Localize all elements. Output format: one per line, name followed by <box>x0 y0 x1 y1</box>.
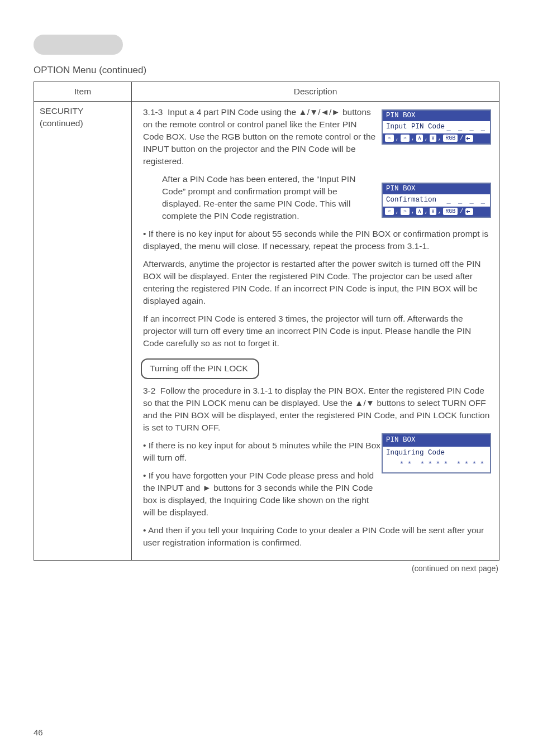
note-text: If an incorrect PIN Code is entered 3 ti… <box>143 314 471 348</box>
step-text: Follow the procedure in 3.1-1 to display… <box>143 386 489 432</box>
table-row: SECURITY (continued) PIN BOX Input PIN C… <box>34 102 499 561</box>
item-cell: SECURITY (continued) <box>34 102 132 561</box>
item-security: SECURITY (continued) <box>40 106 83 128</box>
note-2: Afterwards, anytime the projector is res… <box>137 258 493 307</box>
osd-dashes: _ _ _ _ <box>447 124 487 132</box>
osd-rgb-chip: RGB <box>443 208 458 215</box>
bullet-icon: • <box>143 229 146 238</box>
osd-inquiring-label: Inquiring Code <box>386 448 487 458</box>
bullet-icon: • <box>143 471 146 480</box>
callout-text: Turning off the PIN LOCK <box>150 363 248 373</box>
osd-title: PIN BOX <box>383 434 490 447</box>
step-3-2: 3-2 Follow the procedure in 3.1-1 to dis… <box>137 385 493 434</box>
options-table: Item Description SECURITY (continued) PI… <box>34 82 499 561</box>
bullet-icon: • <box>143 441 146 450</box>
page-number: 46 <box>34 728 43 737</box>
osd-input-label: Input PIN Code <box>386 123 445 131</box>
osd-dashes: _ _ _ _ <box>447 197 487 205</box>
osd-title: PIN BOX <box>383 111 490 121</box>
osd-right-icon: ＞ <box>401 208 410 215</box>
continued-footer: (continued on next page) <box>34 564 499 573</box>
step-text: Input a 4 part PIN Code using the ▲/▼/◄/… <box>143 107 375 166</box>
osd-confirm-label: Confirmation <box>386 196 436 204</box>
osd-down-icon: ∨ <box>430 208 436 215</box>
menu-heading: OPTION Menu (continued) <box>34 65 499 76</box>
note-text: And then if you tell your Inquiring Code… <box>143 525 484 547</box>
paragraph-text: After a PIN Code has been entered, the “… <box>162 174 355 221</box>
pin-box-confirm-osd: PIN BOX Confirmation _ _ _ _ ＜, ＞, ∧, ∨,… <box>382 183 491 218</box>
col-header-item: Item <box>34 82 132 102</box>
note-text: If you have forgotten your PIN Code plea… <box>143 471 374 517</box>
bullet-icon: • <box>143 525 146 535</box>
osd-up-icon: ∧ <box>416 135 423 142</box>
step-number: 3.1-3 <box>143 107 163 117</box>
osd-rgb-chip: RGB <box>443 135 458 142</box>
step-number: 3-2 <box>143 386 155 395</box>
note-5: • If you have forgotten your PIN Code pl… <box>137 470 493 519</box>
osd-up-icon: ∧ <box>416 208 423 215</box>
osd-left-icon: ＜ <box>385 208 394 215</box>
note-3: If an incorrect PIN Code is entered 3 ti… <box>137 313 493 350</box>
turning-off-pin-lock-callout: Turning off the PIN LOCK <box>141 358 259 379</box>
enter-icon <box>465 208 473 215</box>
osd-inquiring-stars: ＊＊ ＊＊＊＊ ＊＊＊＊ <box>386 458 487 469</box>
osd-right-icon: ＞ <box>401 135 410 142</box>
description-cell: PIN BOX Input PIN Code _ _ _ _ ＜, ＞, ∧, … <box>132 102 499 561</box>
header-pill <box>34 35 123 55</box>
osd-title: PIN BOX <box>383 184 490 194</box>
osd-down-icon: ∨ <box>430 135 436 142</box>
osd-button-row: ＜, ＞, ∧, ∨, RGB / <box>383 207 490 217</box>
pin-box-input-osd: PIN BOX Input PIN Code _ _ _ _ ＜, ＞, ∧, … <box>382 109 491 145</box>
inquiring-code-osd: PIN BOX Inquiring Code ＊＊ ＊＊＊＊ ＊＊＊＊ <box>382 433 491 473</box>
note-1: • If there is no key input for about 55 … <box>137 228 493 252</box>
table-header-row: Item Description <box>34 82 499 102</box>
osd-left-icon: ＜ <box>385 135 394 142</box>
osd-button-row: ＜, ＞, ∧, ∨, RGB / <box>383 133 490 143</box>
note-6: • And then if you tell your Inquiring Co… <box>137 524 493 549</box>
note-text: If there is no key input for about 55 se… <box>143 229 488 251</box>
enter-icon <box>465 135 473 142</box>
col-header-desc: Description <box>132 82 499 102</box>
note-text: Afterwards, anytime the projector is res… <box>143 259 481 305</box>
